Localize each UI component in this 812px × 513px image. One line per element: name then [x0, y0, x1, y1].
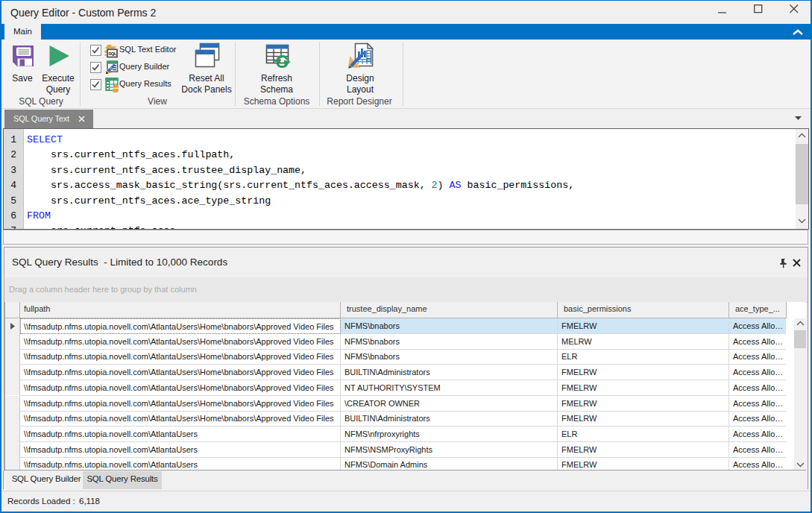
- svg-text:SQL: SQL: [108, 51, 117, 56]
